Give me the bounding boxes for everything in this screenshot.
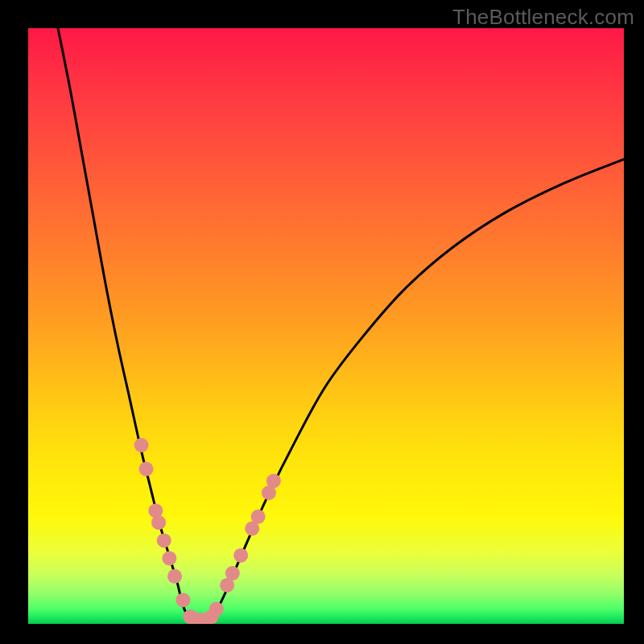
data-point <box>225 566 240 580</box>
data-point <box>175 592 190 607</box>
data-point <box>167 569 182 584</box>
outer-frame: TheBottleneck.com <box>0 0 644 644</box>
data-point <box>251 510 266 524</box>
data-point <box>157 533 171 547</box>
data-point <box>266 473 281 488</box>
plot-area <box>28 28 624 624</box>
data-point <box>162 551 176 566</box>
data-point <box>233 548 248 563</box>
watermark-text: TheBottleneck.com <box>452 5 634 30</box>
data-point <box>134 438 149 452</box>
data-point <box>139 462 154 477</box>
data-point <box>209 602 224 617</box>
marker-group <box>134 438 281 624</box>
curve-right-branch <box>213 159 624 618</box>
chart-svg <box>28 28 624 624</box>
curve-left-branch <box>58 28 189 618</box>
data-point <box>151 515 166 530</box>
